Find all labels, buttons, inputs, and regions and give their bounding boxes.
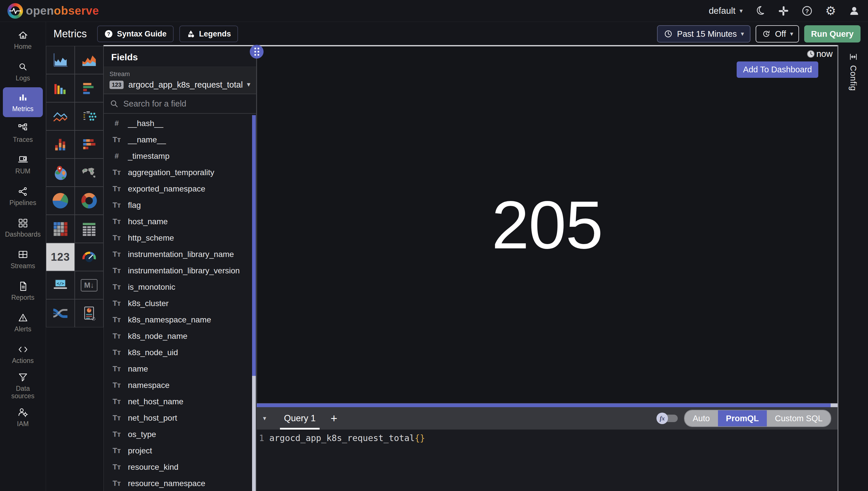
field-list-item[interactable]: Tᴛhttp_scheme — [104, 230, 251, 246]
field-list-item[interactable]: Tᴛflag — [104, 197, 251, 213]
chart-type-bar[interactable] — [46, 74, 75, 102]
field-list-item[interactable]: Tᴛos_type — [104, 426, 251, 442]
sidebar-item-actions[interactable]: Actions — [0, 338, 46, 370]
settings-gear-icon[interactable]: ⚙ — [824, 5, 837, 17]
sidebar-item-dashboards[interactable]: Dashboards — [0, 212, 46, 243]
sidebar-item-traces[interactable]: Traces — [0, 117, 46, 149]
metric-123-icon: 123 — [51, 251, 70, 263]
vrl-function-toggle[interactable]: fx — [656, 413, 678, 424]
query-editor[interactable]: 1 argocd_app_k8s_request_total{} — [257, 430, 838, 491]
chart-type-donut[interactable] — [75, 186, 104, 215]
field-list-item[interactable]: Tᴛnamespace — [104, 377, 251, 394]
chevron-down-icon: ▾ — [247, 80, 250, 88]
fields-scrollbar-track[interactable] — [252, 115, 256, 491]
sidebar-item-metrics[interactable]: Metrics — [3, 87, 43, 117]
field-list-item[interactable]: Tᴛinstrumentation_library_version — [104, 262, 251, 279]
chart-type-heatmap[interactable] — [46, 215, 75, 243]
mode-auto-button[interactable]: Auto — [685, 410, 718, 426]
world-map-icon — [80, 164, 98, 181]
auto-refresh-dropdown[interactable]: Off ▾ — [756, 25, 799, 42]
chart-type-custom[interactable] — [75, 299, 104, 327]
sidebar-item-rum[interactable]: RUM — [0, 149, 46, 180]
chart-type-stacked-bar[interactable] — [46, 131, 75, 158]
sidebar-item-pipelines[interactable]: Pipelines — [0, 180, 46, 212]
tab-query-1[interactable]: Query 1 — [282, 407, 317, 430]
drag-dots-icon — [254, 48, 259, 56]
query-panel-splitter-handle[interactable] — [831, 403, 838, 407]
heatmap-icon — [51, 220, 69, 238]
mode-custom-sql-button[interactable]: Custom SQL — [767, 410, 831, 426]
sidebar-item-home[interactable]: Home — [0, 24, 46, 56]
chart-type-html[interactable]: </> — [46, 271, 75, 299]
add-query-button[interactable]: + — [330, 413, 337, 424]
config-panel-splitter[interactable] — [838, 45, 838, 491]
chart-type-horizontal-bar[interactable] — [75, 74, 104, 102]
collapse-query-caret[interactable]: ▾ — [263, 415, 266, 422]
chart-type-markdown[interactable]: M↓ — [75, 271, 104, 299]
chart-type-metric[interactable]: 123 — [46, 243, 75, 271]
run-query-button[interactable]: Run Query — [804, 25, 861, 42]
horizontal-splitter[interactable] — [104, 45, 838, 46]
time-range-dropdown[interactable]: Past 15 Minutes ▾ — [657, 25, 751, 42]
dark-mode-moon-icon[interactable] — [754, 5, 766, 17]
text-field-icon: Tᴛ — [111, 250, 122, 259]
account-person-icon[interactable] — [848, 5, 861, 17]
text-field-icon: Tᴛ — [111, 184, 122, 193]
chart-type-sankey[interactable] — [46, 299, 75, 327]
help-icon[interactable]: ? — [801, 5, 813, 17]
chart-type-line[interactable] — [46, 102, 75, 131]
sidebar-item-data-sources[interactable]: Data sources — [0, 370, 46, 401]
top-navbar: openobserve default ▾ ? ⚙ — [0, 0, 868, 22]
syntax-guide-button[interactable]: ? Syntax Guide — [97, 26, 173, 42]
query-panel-splitter[interactable] — [257, 403, 838, 407]
field-list-item[interactable]: Tᴛnet_host_name — [104, 394, 251, 410]
field-list-item[interactable]: Tᴛk8s_cluster — [104, 295, 251, 312]
logo-text: openobserve — [26, 4, 99, 17]
field-list-item[interactable]: Tᴛinstrumentation_library_name — [104, 246, 251, 262]
chart-type-horizontal-stacked-bar[interactable] — [75, 131, 104, 158]
stream-select[interactable]: Stream 123 argocd_app_k8s_request_total … — [104, 67, 256, 94]
sidebar-item-reports[interactable]: Reports — [0, 275, 46, 307]
chart-type-area[interactable] — [46, 46, 75, 74]
field-list-item[interactable]: Tᴛhost_name — [104, 213, 251, 230]
sidebar-item-logs[interactable]: Logs — [0, 56, 46, 87]
field-list-item[interactable]: Tᴛname — [104, 360, 251, 377]
fields-scrollbar-thumb[interactable] — [252, 115, 256, 376]
field-list-item[interactable]: Tᴛaggregation_temporality — [104, 164, 251, 181]
sidebar-item-alerts[interactable]: Alerts — [0, 307, 46, 338]
horizontal-stacked-bar-chart-icon — [80, 136, 98, 153]
field-list-item[interactable]: Tᴛ__name__ — [104, 132, 251, 148]
field-list-item[interactable]: Tᴛexported_namespace — [104, 181, 251, 197]
field-list-item[interactable]: Tᴛnet_host_port — [104, 410, 251, 426]
org-selector[interactable]: default ▾ — [709, 6, 743, 16]
config-tab[interactable]: Config — [838, 52, 868, 91]
refresh-clock-icon — [761, 29, 771, 39]
field-list-item[interactable]: Tᴛk8s_node_uid — [104, 344, 251, 360]
sidebar-item-streams[interactable]: Streams — [0, 243, 46, 275]
slack-icon[interactable] — [777, 5, 790, 17]
field-search-input[interactable] — [123, 99, 233, 109]
fields-panel-drag-handle[interactable] — [250, 45, 264, 59]
legends-button[interactable]: Legends — [179, 26, 238, 42]
funnel-icon — [17, 372, 29, 383]
chart-type-world-map[interactable] — [75, 158, 104, 186]
chart-type-geomap[interactable] — [46, 158, 75, 186]
field-list-item[interactable]: Tᴛk8s_node_name — [104, 328, 251, 344]
field-list-item[interactable]: #__hash__ — [104, 115, 251, 132]
mode-promql-button[interactable]: PromQL — [718, 410, 767, 426]
field-list-item[interactable]: Tᴛproject — [104, 442, 251, 459]
field-list-item[interactable]: Tᴛis_monotonic — [104, 279, 251, 295]
openobserve-logo[interactable]: openobserve — [7, 3, 99, 19]
field-list-item[interactable]: #_timestamp — [104, 148, 251, 164]
chart-type-table[interactable] — [75, 215, 104, 243]
chart-type-area-stacked[interactable] — [75, 46, 104, 74]
chart-type-pie[interactable] — [46, 186, 75, 215]
sidebar-item-iam[interactable]: IAM — [0, 401, 46, 433]
chart-type-scatter[interactable] — [75, 102, 104, 131]
field-list-item[interactable]: Tᴛk8s_namespace_name — [104, 312, 251, 328]
chart-type-gauge[interactable] — [75, 243, 104, 271]
field-list-item[interactable]: Tᴛresource_namespace — [104, 475, 251, 491]
field-list-item[interactable]: Tᴛresource_kind — [104, 459, 251, 475]
svg-text:?: ? — [805, 7, 809, 14]
stream-type-badge: 123 — [109, 81, 124, 89]
